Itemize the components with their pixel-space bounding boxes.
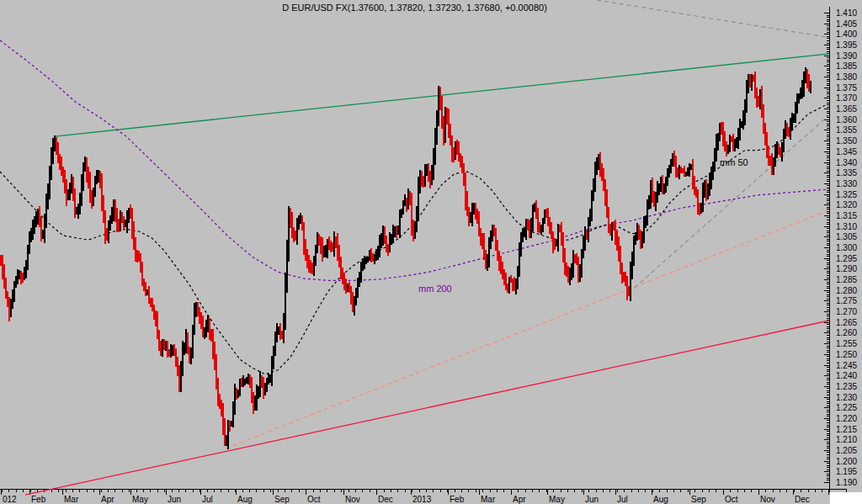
y-axis-label: 1.365 bbox=[836, 104, 857, 114]
y-axis-label: 1.330 bbox=[836, 179, 857, 188]
y-axis-labels: 1.4101.4051.4001.3951.3901.3851.3801.375… bbox=[836, 8, 857, 487]
y-axis-label: 1.260 bbox=[836, 328, 857, 337]
x-axis-label: Feb bbox=[31, 495, 46, 504]
y-axis-label: 1.280 bbox=[836, 286, 857, 295]
x-axis-label: Dec bbox=[378, 495, 393, 504]
y-axis-label: 1.390 bbox=[836, 51, 857, 61]
x-axis-label: Nov bbox=[760, 495, 775, 504]
y-axis-label: 1.405 bbox=[836, 19, 857, 29]
y-axis-label: 1.290 bbox=[836, 264, 857, 273]
x-axis-label: Sep bbox=[691, 495, 706, 504]
y-axis-label: 1.220 bbox=[836, 414, 857, 423]
x-axis-label: Aug bbox=[653, 495, 668, 504]
y-axis-label: 1.245 bbox=[836, 361, 857, 370]
y-axis-label: 1.410 bbox=[836, 8, 857, 18]
lower-red-trendline[interactable] bbox=[25, 321, 829, 495]
y-axis-label: 1.400 bbox=[836, 29, 857, 39]
chart-window: D EUR/USD FX(1.37600, 1.37820, 1.37230, … bbox=[0, 0, 862, 504]
x-axis-label: 2013 bbox=[412, 495, 432, 504]
y-axis-label: 1.355 bbox=[836, 125, 857, 135]
x-axis-label: Jun bbox=[168, 495, 181, 504]
x-axis-label: Apr bbox=[513, 495, 526, 504]
y-axis-label: 1.230 bbox=[836, 393, 857, 402]
ohlc-bars-up bbox=[11, 67, 811, 449]
ma200-label: mm 200 bbox=[418, 284, 452, 294]
ma200-line[interactable] bbox=[0, 40, 829, 280]
y-axis-label: 1.335 bbox=[836, 168, 857, 178]
ma50-label: mm 50 bbox=[720, 157, 748, 167]
y-axis-label: 1.200 bbox=[836, 457, 857, 466]
x-axis-label: Mar bbox=[481, 495, 496, 504]
y-axis-label: 1.370 bbox=[836, 93, 857, 103]
y-axis-label: 1.240 bbox=[836, 371, 857, 380]
y-axis-label: 1.345 bbox=[836, 147, 857, 157]
ohlc-bars-down bbox=[1, 69, 809, 446]
plot-area[interactable]: mm 50mm 200 bbox=[0, 0, 847, 495]
y-axis-label: 1.235 bbox=[836, 382, 857, 391]
y-axis-label: 1.295 bbox=[836, 254, 857, 263]
y-axis-label: 1.255 bbox=[836, 339, 857, 348]
y-axis-label: 1.360 bbox=[836, 115, 857, 125]
x-axis-label: Sep bbox=[274, 495, 290, 504]
price-chart-canvas[interactable]: 1.4101.4051.4001.3951.3901.3851.3801.375… bbox=[0, 0, 862, 504]
axis-corner bbox=[830, 492, 862, 504]
y-axis-label: 1.190 bbox=[836, 478, 857, 487]
y-axis-label: 1.300 bbox=[836, 243, 857, 252]
y-axis-label: 1.395 bbox=[836, 40, 857, 50]
x-axis-label: Jun bbox=[585, 495, 599, 504]
x-axis-label: May bbox=[549, 495, 565, 504]
y-axis-label: 1.350 bbox=[836, 136, 857, 146]
gray-rising-dashed-trendline[interactable] bbox=[629, 115, 829, 293]
x-axis-label: Jul bbox=[617, 495, 628, 504]
y-axis-label: 1.320 bbox=[836, 200, 857, 210]
y-axis-label: 1.270 bbox=[836, 307, 857, 316]
x-axis-label: 012 bbox=[3, 495, 17, 504]
x-axis-label: Feb bbox=[450, 495, 465, 504]
y-axis-label: 1.250 bbox=[836, 350, 857, 359]
y-axis-label: 1.385 bbox=[836, 61, 857, 71]
y-axis-label: 1.380 bbox=[836, 72, 857, 82]
y-axis-label: 1.315 bbox=[836, 211, 857, 220]
x-axis-label: May bbox=[132, 495, 148, 504]
gray-upper-dashed-trendline[interactable] bbox=[597, 0, 847, 40]
y-axis-label: 1.215 bbox=[836, 425, 857, 434]
x-axis-label: Dec bbox=[795, 495, 810, 504]
x-axis-label: Apr bbox=[101, 495, 114, 504]
y-axis-label: 1.305 bbox=[836, 232, 857, 241]
y-axis-label: 1.275 bbox=[836, 296, 857, 305]
y-axis-label: 1.205 bbox=[836, 446, 857, 455]
ma50-line[interactable] bbox=[0, 105, 825, 374]
y-axis-label: 1.325 bbox=[836, 190, 857, 199]
y-axis-label: 1.375 bbox=[836, 83, 857, 93]
axes bbox=[0, 7, 847, 495]
x-axis-label: Aug bbox=[237, 495, 253, 504]
y-axis-label: 1.225 bbox=[836, 403, 857, 412]
y-axis-label: 1.210 bbox=[836, 435, 857, 444]
y-axis-label: 1.285 bbox=[836, 275, 857, 284]
x-axis-label: Oct bbox=[725, 495, 738, 504]
x-axis-label: Jul bbox=[202, 495, 213, 504]
x-axis-label: Nov bbox=[345, 495, 360, 504]
x-axis-label: Mar bbox=[64, 495, 79, 504]
y-axis-label: 1.310 bbox=[836, 222, 857, 231]
x-axis-label: Oct bbox=[307, 495, 321, 504]
y-axis-label: 1.265 bbox=[836, 318, 857, 327]
y-axis-label: 1.340 bbox=[836, 158, 857, 167]
y-axis-label: 1.195 bbox=[836, 467, 857, 476]
